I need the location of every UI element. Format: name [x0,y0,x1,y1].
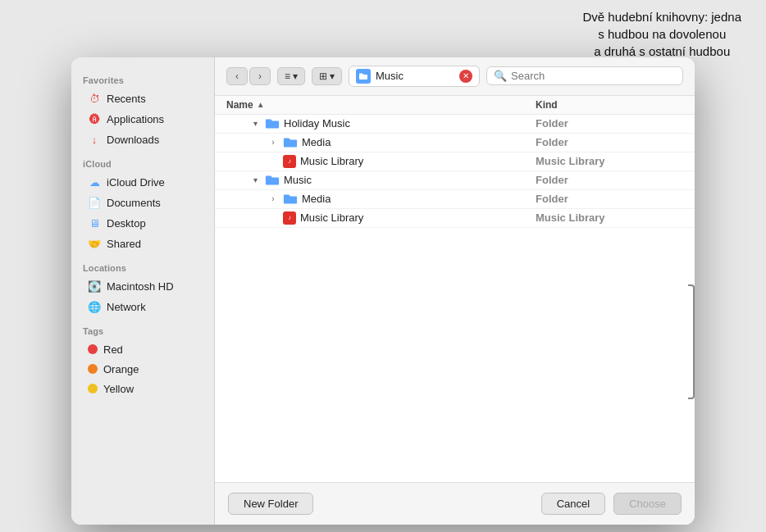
sidebar-item-label: Network [107,301,146,313]
expand-placeholder [267,212,279,224]
sidebar-item-label: Documents [107,197,161,209]
new-folder-button[interactable]: New Folder [228,493,313,515]
folder-icon [265,174,280,187]
sidebar-item-orange[interactable]: Orange [76,360,209,379]
choose-button[interactable]: Choose [613,493,682,515]
yellow-tag-dot [88,384,98,393]
scroll-bracket [688,284,695,399]
col-name-label: Name [226,99,253,111]
file-list: Name ▲ Kind ▾ Holiday Music [215,96,695,482]
table-row[interactable]: ▾ Music Folder [215,171,695,190]
search-icon: 🔍 [494,70,507,82]
sidebar-item-yellow[interactable]: Yellow [76,380,209,398]
table-row[interactable]: › Media Folder [215,190,695,209]
sidebar-item-network[interactable]: 🌐 Network [76,298,209,317]
file-row-name: ▾ Holiday Music [226,117,536,130]
file-name-label: Music Library [300,211,363,224]
desktop-icon: 🖥 [88,217,101,230]
location-bar: Music ✕ [349,66,480,87]
file-row-name: ♪ Music Library [226,211,536,225]
sidebar-item-desktop[interactable]: 🖥 Desktop [76,214,209,234]
file-list-header: Name ▲ Kind [215,96,695,115]
sidebar-item-label: Yellow [103,383,134,395]
folder-icon [265,117,280,130]
file-kind-label: Folder [536,117,683,130]
file-row-name: ▾ Music [226,174,536,187]
location-clear-button[interactable]: ✕ [459,70,472,83]
annotation-line3: a druhá s ostatní hudbou [594,44,730,58]
expand-icon[interactable]: › [267,137,279,148]
forward-button[interactable]: › [249,67,271,85]
column-name[interactable]: Name ▲ [226,99,536,111]
file-row-name: › Media [226,136,536,149]
cancel-button[interactable]: Cancel [541,493,605,515]
main-content: ‹ › ≡ ▾ ⊞ ▾ Music [215,57,695,525]
bottom-bar: New Folder Cancel Choose [215,482,695,525]
sidebar-item-label: Applications [107,113,164,125]
apps-icon: 🅐 [88,113,101,126]
table-row[interactable]: ▾ Holiday Music Folder [215,115,695,134]
file-kind-label: Folder [536,174,683,186]
sidebar-item-shared[interactable]: 🤝 Shared [76,234,209,254]
search-input[interactable] [511,70,676,82]
shared-icon: 🤝 [88,238,101,251]
sidebar-item-label: Orange [103,363,139,375]
sidebar-item-recents[interactable]: ⏱ Recents [76,89,209,109]
sidebar-item-applications[interactable]: 🅐 Applications [76,110,209,130]
list-view-chevron: ▾ [293,70,298,82]
sort-arrow-icon: ▲ [257,100,265,109]
sidebar-item-label: Macintosh HD [107,280,174,293]
expand-icon[interactable]: › [267,193,279,205]
expand-icon[interactable]: ▾ [249,118,261,130]
file-row-name: ♪ Music Library [226,155,536,168]
annotation-line1: Dvě hudební knihovny: jedna [583,10,741,24]
file-name-label: Holiday Music [284,117,350,130]
sidebar-icloud-label: iCloud [71,151,214,172]
folder-icon [283,193,298,206]
sidebar-item-icloud-drive[interactable]: ☁ iCloud Drive [76,173,209,193]
nav-buttons: ‹ › [226,67,271,85]
file-kind-label: Music Library [536,211,683,224]
sidebar-item-red[interactable]: Red [76,340,209,359]
orange-tag-dot [88,364,98,374]
sidebar-item-label: Red [103,343,123,356]
toolbar: ‹ › ≡ ▾ ⊞ ▾ Music [215,57,695,96]
file-name-label: Media [302,136,331,148]
file-kind-label: Folder [536,136,683,148]
open-dialog: Favorites ⏱ Recents 🅐 Applications ↓ Dow… [71,57,695,525]
download-icon: ↓ [88,134,101,147]
red-tag-dot [88,344,98,354]
expand-icon[interactable]: ▾ [249,175,261,186]
table-row[interactable]: ♪ Music Library Music Library [215,152,695,171]
sidebar-item-label: iCloud Drive [107,176,165,189]
file-name-label: Music [284,174,312,186]
column-kind[interactable]: Kind [536,99,683,111]
action-buttons: Cancel Choose [541,493,682,515]
sidebar-item-macintosh-hd[interactable]: 💽 Macintosh HD [76,277,209,297]
sidebar-favorites-label: Favorites [71,67,214,89]
annotation: Dvě hudební knihovny: jedna s hudbou na … [583,8,741,60]
music-library-icon: ♪ [283,155,296,168]
sidebar-item-downloads[interactable]: ↓ Downloads [76,130,209,150]
sidebar-item-label: Downloads [107,134,159,146]
file-kind-label: Music Library [536,155,683,167]
folder-icon [283,136,298,149]
cloud-icon: ☁ [88,176,101,189]
sidebar-item-label: Desktop [107,217,146,230]
search-bar[interactable]: 🔍 [486,66,683,85]
list-view-button[interactable]: ≡ ▾ [277,67,305,85]
sidebar: Favorites ⏱ Recents 🅐 Applications ↓ Dow… [71,57,215,525]
file-name-label: Media [302,193,331,205]
location-name: Music [376,70,454,82]
col-kind-label: Kind [536,99,558,111]
sidebar-locations-label: Locations [71,255,214,276]
back-button[interactable]: ‹ [226,67,248,85]
table-row[interactable]: ♪ Music Library Music Library [215,209,695,228]
table-row[interactable]: › Media Folder [215,134,695,152]
sidebar-item-documents[interactable]: 📄 Documents [76,193,209,213]
grid-view-button[interactable]: ⊞ ▾ [312,67,342,85]
music-library-icon: ♪ [283,211,296,225]
file-name-label: Music Library [300,155,363,167]
sidebar-tags-label: Tags [71,318,214,339]
annotation-line2: s hudbou na dovolenou [598,27,726,41]
